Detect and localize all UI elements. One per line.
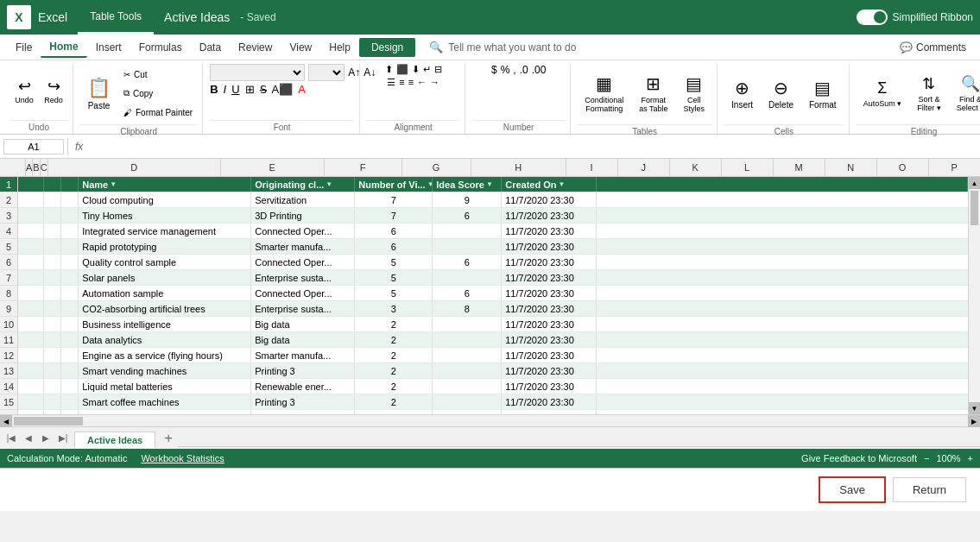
cell-cluster[interactable]: Printing 3: [251, 363, 355, 378]
cell-cluster[interactable]: Enterprise susta...: [251, 270, 355, 285]
cell-styles-button[interactable]: ▤ CellStyles: [677, 64, 712, 123]
cell-created[interactable]: 11/7/2020 23:30: [502, 270, 597, 285]
cell-score[interactable]: [433, 410, 502, 414]
fill-color-button[interactable]: A⬛: [272, 83, 294, 96]
row-header-4[interactable]: 4: [0, 224, 17, 239]
row-header-7[interactable]: 7: [0, 270, 17, 286]
menu-design[interactable]: Design: [359, 38, 415, 57]
table-row[interactable]: Smart coffee machines Printing 3 2 11/7/…: [18, 394, 968, 410]
horizontal-scrollbar[interactable]: ◀ ▶: [0, 414, 980, 426]
cell-score[interactable]: 6: [433, 286, 502, 300]
cell-name[interactable]: Business intelligence: [79, 317, 251, 331]
row-header-5[interactable]: 5: [0, 239, 17, 255]
cell-name[interactable]: Integrated service management: [79, 224, 251, 238]
last-sheet-button[interactable]: ▶|: [55, 431, 71, 446]
table-row[interactable]: Engine as a service (flying hours) Smart…: [18, 348, 968, 363]
table-row[interactable]: Smart elevators Printing 3 2 11/7/2020 2…: [18, 410, 968, 414]
insert-button[interactable]: ⊕ Insert: [724, 64, 760, 123]
cell-created[interactable]: 11/7/2020 23:30: [502, 192, 597, 207]
format-painter-button[interactable]: 🖌Format Painter: [119, 103, 197, 122]
h-scroll-thumb[interactable]: [14, 417, 83, 425]
menu-review[interactable]: Review: [230, 38, 281, 57]
cell-name[interactable]: Smart elevators: [79, 410, 251, 414]
feedback-button[interactable]: Give Feedback to Microsoft: [801, 453, 917, 463]
align-bottom-icon[interactable]: ⬇: [412, 64, 420, 75]
cell-cluster[interactable]: Connected Oper...: [251, 224, 355, 238]
bold-button[interactable]: B: [210, 83, 218, 96]
row-header-9[interactable]: 9: [0, 301, 17, 317]
autosum-button[interactable]: Σ AutoSum ▾: [857, 64, 909, 123]
cell-cluster[interactable]: Renewable ener...: [251, 379, 355, 394]
format-as-table-button[interactable]: ⊞ Formatas Table: [632, 64, 674, 123]
italic-button[interactable]: I: [224, 83, 227, 96]
border-button[interactable]: ⊞: [245, 83, 255, 96]
first-sheet-button[interactable]: |◀: [3, 431, 19, 446]
cell-score[interactable]: 6: [433, 255, 502, 269]
row-header-3[interactable]: 3: [0, 208, 17, 224]
delete-button[interactable]: ⊖ Delete: [762, 64, 800, 123]
zoom-out-button[interactable]: −: [924, 453, 929, 463]
cell-votes[interactable]: 7: [355, 192, 433, 207]
cell-score[interactable]: [433, 348, 502, 362]
table-row[interactable]: Smart vending machines Printing 3 2 11/7…: [18, 363, 968, 379]
cell-cluster[interactable]: Connected Oper...: [251, 255, 355, 269]
cell-votes[interactable]: 5: [355, 270, 433, 285]
table-row[interactable]: Solar panels Enterprise susta... 5 11/7/…: [18, 270, 968, 286]
menu-data[interactable]: Data: [191, 38, 230, 57]
scroll-track[interactable]: [969, 189, 980, 402]
cell-cluster[interactable]: Printing 3: [251, 410, 355, 414]
cell-cluster[interactable]: Servitization: [251, 192, 355, 207]
scroll-down-button[interactable]: ▼: [969, 402, 980, 414]
cell-created[interactable]: 11/7/2020 23:30: [502, 348, 597, 362]
next-sheet-button[interactable]: ▶: [38, 431, 54, 446]
cell-score[interactable]: 6: [433, 208, 502, 223]
align-left-icon[interactable]: ☰: [387, 77, 395, 88]
row-header-14[interactable]: 14: [0, 379, 17, 394]
toggle-switch[interactable]: [857, 9, 888, 25]
font-color-button[interactable]: A: [298, 83, 306, 96]
font-size-select[interactable]: [308, 64, 345, 81]
cell-votes[interactable]: 6: [355, 239, 433, 254]
align-middle-icon[interactable]: ⬛: [396, 64, 408, 75]
cell-created[interactable]: 11/7/2020 23:30: [502, 410, 597, 414]
decimal-inc-button[interactable]: .0: [520, 64, 528, 76]
header-votes[interactable]: Number of Vi...▼: [355, 177, 433, 192]
cell-votes[interactable]: 2: [355, 394, 433, 409]
table-row[interactable]: Data analytics Big data 2 11/7/2020 23:3…: [18, 332, 968, 348]
cell-score[interactable]: [433, 363, 502, 378]
find-select-button[interactable]: 🔍 Find &Select ▾: [950, 64, 980, 123]
cell-name[interactable]: Solar panels: [79, 270, 251, 285]
table-row[interactable]: Cloud computing Servitization 7 9 11/7/2…: [18, 192, 968, 208]
cell-score[interactable]: [433, 239, 502, 254]
menu-view[interactable]: View: [281, 38, 320, 57]
scroll-left-button[interactable]: ◀: [0, 415, 12, 427]
cell-score[interactable]: 9: [433, 192, 502, 207]
cell-cluster[interactable]: Smarter manufa...: [251, 348, 355, 362]
cell-cluster[interactable]: Big data: [251, 332, 355, 347]
format-button[interactable]: ▤ Format: [802, 64, 844, 123]
currency-button[interactable]: $: [491, 64, 497, 76]
table-row[interactable]: Business intelligence Big data 2 11/7/20…: [18, 317, 968, 332]
header-originating[interactable]: Originating cl...▼: [251, 177, 355, 192]
menu-formulas[interactable]: Formulas: [130, 38, 191, 57]
header-score[interactable]: Idea Score▼: [433, 177, 502, 192]
menu-file[interactable]: File: [7, 38, 41, 57]
table-row[interactable]: Liquid metal batteries Renewable ener...…: [18, 379, 968, 394]
undo-button[interactable]: ↩ Undo: [10, 76, 38, 107]
header-name[interactable]: Name▼: [79, 177, 251, 192]
cell-cluster[interactable]: Connected Oper...: [251, 286, 355, 300]
menu-home[interactable]: Home: [41, 37, 86, 58]
formula-input[interactable]: [90, 142, 977, 152]
table-row[interactable]: Rapid prototyping Smarter manufa... 6 11…: [18, 239, 968, 255]
vertical-scrollbar[interactable]: ▲ ▼: [968, 177, 980, 414]
cell-votes[interactable]: 2: [355, 332, 433, 347]
cell-created[interactable]: 11/7/2020 23:30: [502, 317, 597, 331]
cell-created[interactable]: 11/7/2020 23:30: [502, 301, 597, 316]
return-button[interactable]: Return: [893, 477, 966, 502]
cell-cluster[interactable]: 3D Printing: [251, 208, 355, 223]
cell-created[interactable]: 11/7/2020 23:30: [502, 286, 597, 300]
cell-name[interactable]: Smart coffee machines: [79, 394, 251, 409]
cut-button[interactable]: ✂Cut: [119, 65, 197, 84]
cell-created[interactable]: 11/7/2020 23:30: [502, 224, 597, 238]
cell-created[interactable]: 11/7/2020 23:30: [502, 255, 597, 269]
